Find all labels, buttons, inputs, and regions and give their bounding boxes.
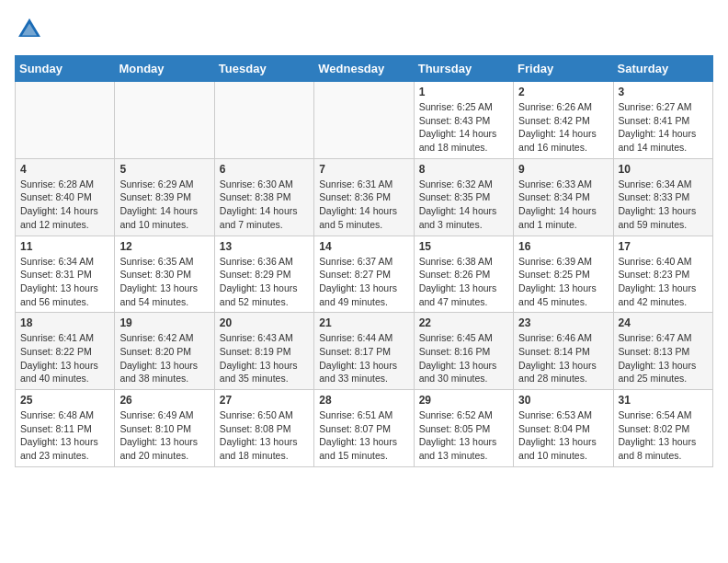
day-info: Sunrise: 6:31 AM Sunset: 8:36 PM Dayligh… [319,178,408,232]
day-info: Sunrise: 6:39 AM Sunset: 8:25 PM Dayligh… [518,255,608,309]
logo-icon [15,15,44,44]
calendar-week-row: 11Sunrise: 6:34 AM Sunset: 8:31 PM Dayli… [16,236,713,313]
day-number: 8 [419,163,508,176]
day-number: 6 [220,163,309,176]
day-info: Sunrise: 6:29 AM Sunset: 8:39 PM Dayligh… [119,178,209,232]
header-cell-tuesday: Tuesday [214,56,313,82]
day-info: Sunrise: 6:52 AM Sunset: 8:05 PM Dayligh… [419,408,508,463]
day-info: Sunrise: 6:34 AM Sunset: 8:33 PM Dayligh… [619,178,708,232]
calendar-cell: 31Sunrise: 6:54 AM Sunset: 8:02 PM Dayli… [613,390,712,467]
calendar-header-row: SundayMondayTuesdayWednesdayThursdayFrid… [16,56,713,82]
calendar-cell: 12Sunrise: 6:35 AM Sunset: 8:30 PM Dayli… [115,236,214,313]
day-number: 29 [419,394,508,407]
header-cell-thursday: Thursday [414,56,513,82]
logo [15,15,48,44]
calendar-cell: 24Sunrise: 6:47 AM Sunset: 8:13 PM Dayli… [613,313,712,390]
calendar-cell: 5Sunrise: 6:29 AM Sunset: 8:39 PM Daylig… [115,158,214,236]
calendar-cell: 21Sunrise: 6:44 AM Sunset: 8:17 PM Dayli… [314,313,414,390]
day-info: Sunrise: 6:47 AM Sunset: 8:13 PM Dayligh… [619,331,708,385]
day-info: Sunrise: 6:40 AM Sunset: 8:23 PM Dayligh… [619,255,708,309]
header-cell-saturday: Saturday [613,56,712,82]
day-info: Sunrise: 6:32 AM Sunset: 8:35 PM Dayligh… [419,178,508,232]
day-number: 25 [20,394,109,407]
day-number: 15 [419,240,508,253]
calendar-cell: 8Sunrise: 6:32 AM Sunset: 8:35 PM Daylig… [414,158,513,236]
calendar-cell: 17Sunrise: 6:40 AM Sunset: 8:23 PM Dayli… [613,236,712,313]
day-info: Sunrise: 6:46 AM Sunset: 8:14 PM Dayligh… [518,331,608,385]
calendar-cell: 23Sunrise: 6:46 AM Sunset: 8:14 PM Dayli… [514,313,613,390]
calendar-week-row: 4Sunrise: 6:28 AM Sunset: 8:40 PM Daylig… [16,158,713,236]
day-number: 3 [619,86,708,98]
day-number: 11 [20,240,109,253]
day-number: 24 [619,316,708,329]
day-number: 10 [619,163,708,176]
calendar-cell: 25Sunrise: 6:48 AM Sunset: 8:11 PM Dayli… [16,390,115,467]
day-info: Sunrise: 6:54 AM Sunset: 8:02 PM Dayligh… [619,408,708,463]
calendar-cell: 4Sunrise: 6:28 AM Sunset: 8:40 PM Daylig… [16,158,115,236]
day-number: 22 [419,316,508,329]
day-info: Sunrise: 6:37 AM Sunset: 8:27 PM Dayligh… [319,255,408,309]
day-number: 13 [220,240,309,253]
day-info: Sunrise: 6:41 AM Sunset: 8:22 PM Dayligh… [20,331,109,385]
calendar-table: SundayMondayTuesdayWednesdayThursdayFrid… [15,55,713,467]
day-number: 4 [20,163,109,176]
day-info: Sunrise: 6:48 AM Sunset: 8:11 PM Dayligh… [20,408,109,463]
calendar-week-row: 1Sunrise: 6:25 AM Sunset: 8:43 PM Daylig… [16,82,713,159]
day-info: Sunrise: 6:44 AM Sunset: 8:17 PM Dayligh… [319,331,408,385]
day-number: 20 [220,316,309,329]
calendar-week-row: 18Sunrise: 6:41 AM Sunset: 8:22 PM Dayli… [16,313,713,390]
calendar-cell: 27Sunrise: 6:50 AM Sunset: 8:08 PM Dayli… [214,390,313,467]
day-number: 16 [518,240,608,253]
day-info: Sunrise: 6:33 AM Sunset: 8:34 PM Dayligh… [518,178,608,232]
calendar-cell: 20Sunrise: 6:43 AM Sunset: 8:19 PM Dayli… [214,313,313,390]
day-info: Sunrise: 6:51 AM Sunset: 8:07 PM Dayligh… [319,408,408,463]
day-number: 23 [518,316,608,329]
day-number: 28 [319,394,408,407]
day-number: 2 [518,86,608,98]
page-header [15,15,713,44]
header-cell-monday: Monday [115,56,214,82]
day-info: Sunrise: 6:28 AM Sunset: 8:40 PM Dayligh… [20,178,109,232]
day-number: 1 [419,86,508,98]
day-number: 26 [119,394,209,407]
day-info: Sunrise: 6:38 AM Sunset: 8:26 PM Dayligh… [419,255,508,309]
day-info: Sunrise: 6:50 AM Sunset: 8:08 PM Dayligh… [220,408,309,463]
calendar-cell: 29Sunrise: 6:52 AM Sunset: 8:05 PM Dayli… [414,390,513,467]
calendar-cell: 13Sunrise: 6:36 AM Sunset: 8:29 PM Dayli… [214,236,313,313]
day-number: 30 [518,394,608,407]
calendar-cell [314,82,414,159]
day-number: 31 [619,394,708,407]
day-info: Sunrise: 6:30 AM Sunset: 8:38 PM Dayligh… [220,178,309,232]
day-number: 7 [319,163,408,176]
calendar-cell [16,82,115,159]
day-number: 18 [20,316,109,329]
calendar-cell: 1Sunrise: 6:25 AM Sunset: 8:43 PM Daylig… [414,82,513,159]
calendar-cell: 3Sunrise: 6:27 AM Sunset: 8:41 PM Daylig… [613,82,712,159]
calendar-cell: 11Sunrise: 6:34 AM Sunset: 8:31 PM Dayli… [16,236,115,313]
calendar-week-row: 25Sunrise: 6:48 AM Sunset: 8:11 PM Dayli… [16,390,713,467]
calendar-cell: 9Sunrise: 6:33 AM Sunset: 8:34 PM Daylig… [514,158,613,236]
day-info: Sunrise: 6:36 AM Sunset: 8:29 PM Dayligh… [220,255,309,309]
calendar-cell: 30Sunrise: 6:53 AM Sunset: 8:04 PM Dayli… [514,390,613,467]
calendar-cell [214,82,313,159]
calendar-cell: 16Sunrise: 6:39 AM Sunset: 8:25 PM Dayli… [514,236,613,313]
header-cell-wednesday: Wednesday [314,56,414,82]
day-number: 17 [619,240,708,253]
day-info: Sunrise: 6:45 AM Sunset: 8:16 PM Dayligh… [419,331,508,385]
calendar-cell: 26Sunrise: 6:49 AM Sunset: 8:10 PM Dayli… [115,390,214,467]
day-info: Sunrise: 6:43 AM Sunset: 8:19 PM Dayligh… [220,331,309,385]
day-info: Sunrise: 6:53 AM Sunset: 8:04 PM Dayligh… [518,408,608,463]
day-number: 9 [518,163,608,176]
day-number: 5 [119,163,209,176]
calendar-cell: 2Sunrise: 6:26 AM Sunset: 8:42 PM Daylig… [514,82,613,159]
header-cell-friday: Friday [514,56,613,82]
day-info: Sunrise: 6:26 AM Sunset: 8:42 PM Dayligh… [518,100,608,155]
day-info: Sunrise: 6:27 AM Sunset: 8:41 PM Dayligh… [619,100,708,155]
calendar-cell: 18Sunrise: 6:41 AM Sunset: 8:22 PM Dayli… [16,313,115,390]
day-info: Sunrise: 6:49 AM Sunset: 8:10 PM Dayligh… [119,408,209,463]
calendar-cell: 28Sunrise: 6:51 AM Sunset: 8:07 PM Dayli… [314,390,414,467]
day-number: 21 [319,316,408,329]
calendar-cell: 14Sunrise: 6:37 AM Sunset: 8:27 PM Dayli… [314,236,414,313]
day-info: Sunrise: 6:34 AM Sunset: 8:31 PM Dayligh… [20,255,109,309]
calendar-cell: 7Sunrise: 6:31 AM Sunset: 8:36 PM Daylig… [314,158,414,236]
